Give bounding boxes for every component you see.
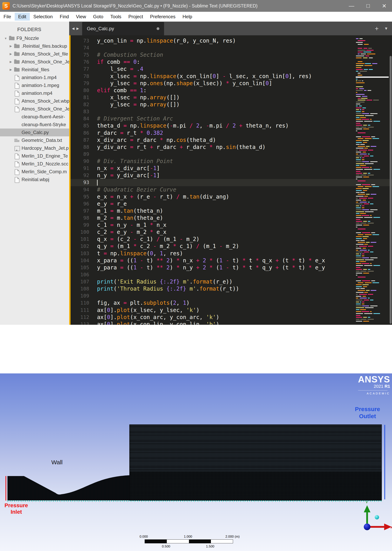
triad-iso-ball-icon — [375, 515, 379, 519]
folder-tree: ▼F9_Nozzle▶.Reinitial_files.backup▶Atmos… — [0, 34, 69, 183]
menu-tools[interactable]: Tools — [107, 13, 125, 21]
code-line-94[interactable]: 94# Quadratic Bezier Curve — [70, 186, 392, 194]
text-file-icon — [14, 137, 21, 143]
code-line-96[interactable]: 96e_y = r_e — [70, 200, 392, 208]
sidebar-item-geometric-data-txt[interactable]: Geometric_Data.txt — [0, 136, 69, 144]
code-line-86[interactable]: 86r_darc = r_t * 0.382 — [70, 130, 392, 137]
menu-selection[interactable]: Selection — [30, 13, 56, 21]
code-line-104[interactable]: 104x_para = ((1 - t) ** 2) * n_x + 2 * (… — [70, 257, 392, 264]
sidebar-item-atmos-shock-jet-wbp[interactable]: Atmos_Shock_Jet.wbp — [0, 97, 69, 105]
code-line-101[interactable]: 101q_x = (c_2 - c_1) / (m_1 - m_2) — [70, 236, 392, 243]
code-line-109[interactable]: 109 — [70, 292, 392, 300]
code-editor[interactable]: 73y_con_lin = np.linspace(r_0, y_con_N, … — [70, 35, 392, 325]
menu-project[interactable]: Project — [125, 13, 147, 21]
code-line-103[interactable]: 103t = np.linspace(0, 1, res) — [70, 250, 392, 257]
code-line-107[interactable]: 107print('Exit Radius {:.2f} m'.format(r… — [70, 278, 392, 285]
triad-y-arrow-icon — [364, 505, 371, 512]
code-line-78[interactable]: 78 x_lsec = np.linspace(x_con_lin[0] - l… — [70, 73, 392, 80]
code-line-99[interactable]: 99c_1 = n_y - m_1 * n_x — [70, 222, 392, 229]
code-line-88[interactable]: 88y_div_arc = r_t + r_darc + r_darc * np… — [70, 144, 392, 151]
code-line-97[interactable]: 97m_1 = m.tan(theta_n) — [70, 207, 392, 215]
code-line-80[interactable]: 80elif comb == 1: — [70, 87, 392, 94]
menu-help[interactable]: Help — [179, 13, 196, 21]
code-line-83[interactable]: 83 — [70, 108, 392, 115]
sidebar-item-animation-1-mpeg[interactable]: animation-1.mpeg — [0, 81, 69, 89]
code-line-95[interactable]: 95e_x = n_x + (r_e - r_t) / m.tan(div_an… — [70, 193, 392, 201]
line-number: 91 — [70, 165, 89, 172]
sidebar-item-cleanup-fluent-stryke[interactable]: cleanup-fluent-Stryke — [0, 121, 69, 129]
code-line-98[interactable]: 98m_2 = m.tan(theta_e) — [70, 214, 392, 222]
code-line-90[interactable]: 90# Div. Transition Point — [70, 158, 392, 165]
code-text: ax[0].plot(x_con_lin, y_con_lin, 'b') — [97, 321, 219, 325]
editor-scrollbar[interactable] — [390, 56, 392, 324]
file-icon — [14, 90, 21, 96]
menu-preferences[interactable]: Preferences — [147, 13, 179, 21]
menu-view[interactable]: View — [72, 13, 90, 21]
sidebar-item-merlin-side-comp-m[interactable]: Merlin_Side_Comp.m — [0, 168, 69, 176]
code-line-106[interactable]: 106 — [70, 271, 392, 278]
menu-file[interactable]: File — [0, 13, 15, 21]
code-line-85[interactable]: 85theta_d = np.linspace(-m.pi / 2, -m.pi… — [70, 122, 392, 130]
minimize-button[interactable]: — — [349, 3, 354, 9]
sidebar-item-label: Atmos_Shock_Jet.wbp — [21, 98, 69, 104]
sidebar-item-animation-1-mp4[interactable]: animation-1.mp4 — [0, 73, 69, 81]
line-number: 106 — [70, 271, 89, 278]
code-line-108[interactable]: 108print('Throat Radius {:.2f} m'.format… — [70, 285, 392, 293]
tab-overflow-icon[interactable]: ▼ — [384, 26, 388, 31]
tab-nav-right-icon[interactable]: ▶ — [77, 27, 79, 31]
code-text: c_1 = n_y - m_1 * n_x — [97, 222, 166, 229]
line-number: 77 — [70, 65, 89, 72]
menu-edit[interactable]: Edit — [15, 13, 30, 21]
sidebar-item-atmos-shock-one-je[interactable]: Atmos_Shock_One_Je — [0, 105, 69, 113]
code-line-74[interactable]: 74 — [70, 44, 392, 52]
code-line-100[interactable]: 100c_2 = e_y - m_2 * e_x — [70, 229, 392, 236]
code-line-87[interactable]: 87x_div_arc = r_darc * np.cos(theta_d) — [70, 137, 392, 144]
code-line-79[interactable]: 79 y_lsec = np.ones(np.shape(x_lsec)) * … — [70, 80, 392, 87]
sidebar-item-animation-mp4[interactable]: animation.mp4 — [0, 89, 69, 97]
scale-tick-500: 0.500 — [162, 544, 170, 548]
code-text: q_y = (m_1 * c_2 - m_2 * c_1) / (m_1 - m… — [97, 243, 239, 250]
code-line-111[interactable]: 111ax[0].plot(x_lsec, y_lsec, 'k') — [70, 307, 392, 314]
code-line-93[interactable]: 93 — [70, 179, 392, 186]
code-line-112[interactable]: 112ax[0].plot(x_con_arc, y_con_arc, 'k') — [70, 314, 392, 321]
tab-geo-calc[interactable]: Geo_Calc.py — [82, 22, 164, 35]
sidebar-item-hardcopy-mach-jet-p[interactable]: Hardcopy_Mach_Jet.p — [0, 144, 69, 152]
code-line-92[interactable]: 92n_y = y_div_arc[-1] — [70, 172, 392, 179]
code-line-76[interactable]: 76if comb == 0: — [70, 58, 392, 66]
sidebar-item-cleanup-fluent-aesir-[interactable]: cleanup-fluent-Aesir- — [0, 113, 69, 121]
code-line-91[interactable]: 91n_x = x_div_arc[-1] — [70, 165, 392, 172]
scale-bar — [145, 539, 233, 543]
sidebar-item-reinitial-wbpj[interactable]: Reinitial.wbpj — [0, 176, 69, 183]
code-line-81[interactable]: 81 x_lsec = np.array([]) — [70, 94, 392, 101]
line-number: 92 — [70, 172, 89, 179]
sidebar-item-merlin-1d-engine-te[interactable]: Merlin_1D_Engine_Te — [0, 152, 69, 160]
disclosure-closed-icon: ▶ — [8, 60, 14, 64]
sidebar-item--reinitial-files-backup[interactable]: ▶.Reinitial_files.backup — [0, 42, 69, 50]
code-line-89[interactable]: 89 — [70, 151, 392, 158]
code-line-82[interactable]: 82 y_lsec = np.array([]) — [70, 101, 392, 108]
sidebar-item-label: Hardcopy_Mach_Jet.p — [21, 145, 69, 151]
code-line-105[interactable]: 105y_para = ((1 - t) ** 2) * n_y + 2 * (… — [70, 264, 392, 271]
new-tab-button[interactable]: + — [375, 25, 379, 32]
sidebar-item-reinitial-files[interactable]: ▶Reinitial_files — [0, 66, 69, 73]
sidebar-item-atmos-shock-one-je[interactable]: ▶Atmos_Shock_One_Je — [0, 58, 69, 66]
code-line-75[interactable]: 75# Combustion Section — [70, 51, 392, 59]
menu-goto[interactable]: Goto — [90, 13, 107, 21]
code-line-102[interactable]: 102q_y = (m_1 * c_2 - m_2 * c_1) / (m_1 … — [70, 243, 392, 250]
code-line-73[interactable]: 73y_con_lin = np.linspace(r_0, y_con_N, … — [70, 37, 392, 44]
line-number: 109 — [70, 292, 89, 299]
sidebar-item-label: cleanup-fluent-Aesir- — [21, 114, 65, 119]
sidebar-item-f9-nozzle[interactable]: ▼F9_Nozzle — [0, 34, 69, 42]
code-line-77[interactable]: 77 l_sec = .4 — [70, 65, 392, 73]
maximize-button[interactable]: □ — [366, 3, 370, 9]
code-line-110[interactable]: 110fig, ax = plt.subplots(2, 1) — [70, 299, 392, 307]
sidebar-item-merlin-1d-nozzle-scc[interactable]: Merlin_1D_Nozzle.scc — [0, 160, 69, 168]
tab-nav-left-icon[interactable]: ◀ — [72, 27, 75, 31]
code-line-113[interactable]: 113ax[0].plot(x_con_lin, y_con_lin, 'b') — [70, 321, 392, 325]
sidebar-item-atmos-shock-jet-file[interactable]: ▶Atmos_Shock_Jet_file — [0, 50, 69, 58]
code-line-84[interactable]: 84# Divergent Section Arc — [70, 115, 392, 123]
menu-find[interactable]: Find — [56, 13, 72, 21]
minimap[interactable] — [356, 38, 389, 323]
sidebar-item-geo-calc-py[interactable]: Geo_Calc.py — [0, 129, 69, 136]
close-button[interactable]: ✕ — [382, 3, 386, 9]
